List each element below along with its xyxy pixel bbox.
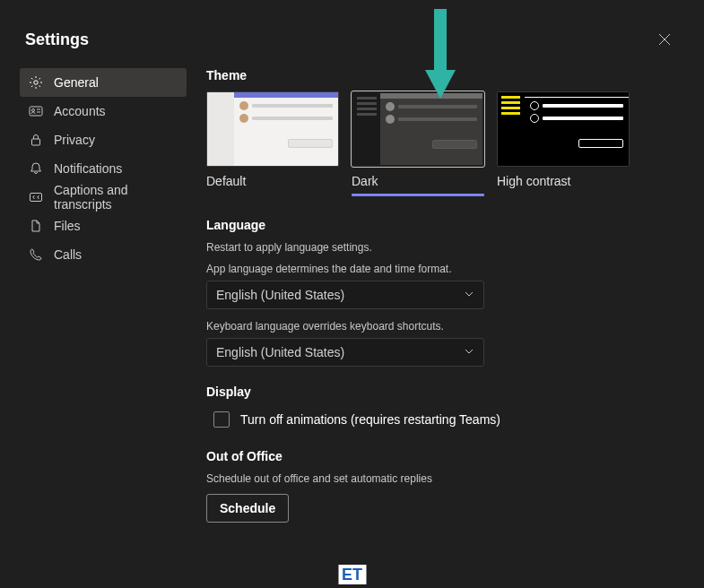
sidebar-item-captions[interactable]: Captions and transcripts bbox=[20, 183, 187, 212]
lock-icon bbox=[29, 133, 43, 147]
display-title: Display bbox=[206, 385, 684, 399]
theme-selected-underline bbox=[352, 194, 484, 196]
turn-off-animations-checkbox[interactable]: Turn off animations (requires restarting… bbox=[206, 408, 684, 431]
sidebar-item-notifications[interactable]: Notifications bbox=[20, 154, 187, 183]
app-language-select[interactable]: English (United States) bbox=[206, 281, 484, 309]
theme-option-default[interactable]: Default bbox=[206, 91, 339, 196]
theme-label: Default bbox=[206, 174, 339, 188]
app-language-value: English (United States) bbox=[216, 288, 344, 302]
theme-option-high-contrast[interactable]: High contrast bbox=[497, 91, 630, 196]
language-restart-note: Restart to apply language settings. bbox=[206, 241, 684, 254]
svg-point-0 bbox=[34, 81, 38, 84]
page-title: Settings bbox=[25, 30, 89, 49]
cc-icon bbox=[29, 190, 43, 204]
sidebar: General Accounts Privacy Notifications C… bbox=[0, 68, 197, 588]
sidebar-item-general[interactable]: General bbox=[20, 68, 187, 97]
theme-preview-high-contrast bbox=[497, 91, 630, 167]
gear-icon bbox=[29, 75, 43, 90]
file-icon bbox=[29, 219, 43, 233]
app-language-label: App language determines the date and tim… bbox=[206, 263, 684, 275]
language-title: Language bbox=[206, 218, 684, 232]
phone-icon bbox=[29, 247, 43, 262]
language-section: Language Restart to apply language setti… bbox=[206, 218, 684, 367]
theme-section: Theme Default bbox=[206, 68, 684, 196]
ooo-subtext: Schedule out of office and set automatic… bbox=[206, 472, 684, 485]
sidebar-item-label: Calls bbox=[54, 247, 82, 262]
id-card-icon bbox=[29, 104, 43, 118]
theme-label: Dark bbox=[352, 174, 484, 188]
bell-icon bbox=[29, 161, 43, 176]
display-section: Display Turn off animations (requires re… bbox=[206, 385, 684, 431]
turn-off-animations-label: Turn off animations (requires restarting… bbox=[240, 412, 500, 427]
theme-label: High contrast bbox=[497, 174, 630, 188]
schedule-button[interactable]: Schedule bbox=[206, 494, 289, 523]
svg-rect-4 bbox=[30, 194, 42, 202]
svg-rect-1 bbox=[30, 107, 42, 116]
sidebar-item-accounts[interactable]: Accounts bbox=[20, 97, 187, 125]
ooo-title: Out of Office bbox=[206, 449, 684, 463]
sidebar-item-label: Captions and transcripts bbox=[54, 183, 178, 212]
svg-point-2 bbox=[32, 109, 35, 112]
chevron-down-icon bbox=[464, 288, 474, 302]
out-of-office-section: Out of Office Schedule out of office and… bbox=[206, 449, 684, 523]
keyboard-language-value: English (United States) bbox=[216, 345, 344, 359]
watermark-badge: ET bbox=[338, 565, 366, 584]
schedule-button-label: Schedule bbox=[220, 501, 275, 515]
keyboard-language-select[interactable]: English (United States) bbox=[206, 338, 484, 367]
checkbox-icon bbox=[213, 411, 230, 428]
theme-title: Theme bbox=[206, 68, 684, 82]
sidebar-item-files[interactable]: Files bbox=[20, 212, 187, 240]
content: Theme Default bbox=[197, 68, 704, 588]
theme-option-dark[interactable]: Dark bbox=[352, 91, 484, 196]
keyboard-language-label: Keyboard language overrides keyboard sho… bbox=[206, 320, 684, 333]
sidebar-item-privacy[interactable]: Privacy bbox=[20, 125, 187, 154]
sidebar-item-label: Files bbox=[54, 219, 81, 233]
sidebar-item-label: Notifications bbox=[54, 161, 122, 176]
sidebar-item-label: General bbox=[54, 75, 99, 90]
svg-rect-3 bbox=[32, 139, 40, 145]
theme-preview-default bbox=[206, 91, 339, 167]
sidebar-item-label: Privacy bbox=[54, 133, 95, 147]
theme-preview-dark bbox=[352, 91, 484, 167]
close-icon bbox=[658, 33, 671, 46]
sidebar-item-calls[interactable]: Calls bbox=[20, 240, 187, 269]
sidebar-item-label: Accounts bbox=[54, 104, 106, 118]
chevron-down-icon bbox=[464, 345, 474, 359]
close-button[interactable] bbox=[650, 25, 679, 54]
